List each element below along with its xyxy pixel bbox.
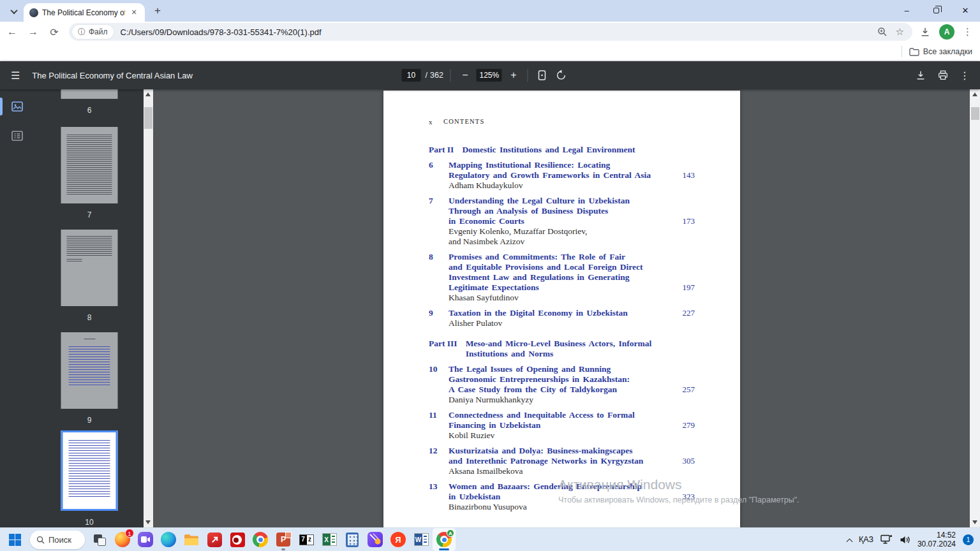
pdf-viewport[interactable]: x CONTENTS Part IIDomestic Institutions … <box>153 89 970 527</box>
thumbnail-page-7[interactable] <box>61 127 118 203</box>
url-text[interactable]: C:/Users/09/Downloads/978-3-031-55341-7%… <box>121 27 877 37</box>
clock[interactable]: 14:52 30.07.2024 <box>917 531 956 548</box>
thumbnails-panel-button[interactable] <box>9 98 26 115</box>
entry-number: 6 <box>429 160 449 180</box>
viewer-scrollbar[interactable] <box>970 89 980 527</box>
entry-title: Mapping Institutional Resilience: Locati… <box>449 160 665 180</box>
taskbar-app-chrome[interactable] <box>249 528 272 551</box>
taskbar-app-word[interactable]: W <box>410 528 433 551</box>
notification-count-badge[interactable]: 1 <box>963 534 974 545</box>
language-indicator[interactable]: ҚАЗ <box>859 535 873 544</box>
entry-page-number: 257 <box>665 385 695 395</box>
zoom-level-input[interactable]: 125% <box>477 69 502 82</box>
back-button[interactable]: ← <box>3 23 21 41</box>
profile-avatar[interactable]: A <box>939 24 954 40</box>
toc-entry: 9Taxation in the Digital Economy in Uzbe… <box>429 308 695 328</box>
browser-menu-icon[interactable]: ⋮ <box>963 26 972 38</box>
entry-authors: Khasan Sayfutdinov <box>449 293 695 303</box>
thumbnail-label: 7 <box>35 210 144 219</box>
reload-button[interactable]: ⟳ <box>45 23 63 41</box>
thumbnail-page-9[interactable] <box>61 332 118 409</box>
tab-search-button[interactable] <box>6 4 22 19</box>
all-bookmarks-label[interactable]: Все закладки <box>923 47 972 56</box>
entry-authors: Adham Khudaykulov <box>449 180 695 191</box>
folder-icon <box>909 47 919 56</box>
fit-to-page-button[interactable] <box>535 68 549 82</box>
taskbar-app-powerpoint[interactable]: P <box>272 528 295 551</box>
taskbar-app-calculator[interactable] <box>341 528 364 551</box>
taskbar-app-file-explorer[interactable] <box>180 528 203 551</box>
taskbar-app-red-arrow[interactable] <box>203 528 226 551</box>
window-close-button[interactable]: ✕ <box>951 0 980 21</box>
entry-number: 9 <box>429 308 449 318</box>
network-icon[interactable] <box>880 534 893 545</box>
taskbar-app-video-chat[interactable] <box>134 528 157 551</box>
scroll-down-icon[interactable] <box>145 520 151 524</box>
zoom-out-button[interactable]: − <box>458 68 472 82</box>
scroll-down-icon[interactable] <box>972 520 977 524</box>
address-bar[interactable]: ⓘ Файл C:/Users/09/Downloads/978-3-031-5… <box>69 23 912 41</box>
page-number-input[interactable]: 10 <box>401 69 420 82</box>
thumbnail-page-8[interactable] <box>61 230 118 306</box>
taskbar-app-firefox[interactable]: 1 <box>111 528 134 551</box>
taskbar-app-red-eye[interactable] <box>226 528 249 551</box>
tab-close-icon[interactable]: ✕ <box>129 8 139 18</box>
entry-page-number: 197 <box>665 283 695 293</box>
start-button[interactable] <box>3 529 27 550</box>
scrollbar-thumb[interactable] <box>971 107 979 120</box>
pdf-more-options-icon[interactable]: ⋮ <box>960 70 970 82</box>
window-minimize-button[interactable]: – <box>892 0 921 21</box>
forward-button[interactable]: → <box>24 23 42 41</box>
rotate-button[interactable] <box>554 68 568 82</box>
tab-strip: The Political Economy of Centr ✕ + – ✕ <box>0 0 980 22</box>
new-tab-button[interactable]: + <box>149 3 166 19</box>
taskbar-app-7zip[interactable]: 7z <box>295 528 318 551</box>
print-icon[interactable] <box>937 70 949 81</box>
windows-logo-icon <box>8 533 22 547</box>
thumbnail-page-10-current[interactable] <box>61 430 118 511</box>
active-tab[interactable]: The Political Economy of Centr ✕ <box>24 3 145 22</box>
entry-number: 7 <box>429 196 449 226</box>
entry-number: 12 <box>429 446 449 466</box>
window-restore-button[interactable] <box>921 0 951 21</box>
thumbnail-page-6[interactable] <box>61 89 118 99</box>
pdf-viewer-body: 6 7 8 9 10 x CONTENTS Part IIDomestic In… <box>0 89 980 527</box>
entry-page-number: 143 <box>665 170 695 180</box>
restore-icon <box>933 8 939 13</box>
taskbar-app-comet[interactable] <box>364 528 387 551</box>
scroll-up-icon[interactable] <box>145 92 151 96</box>
bookmark-star-icon[interactable]: ☆ <box>896 26 904 38</box>
taskbar-app-yandex[interactable]: Я <box>387 528 410 551</box>
taskbar-app-edge[interactable] <box>157 528 180 551</box>
entry-number: 13 <box>429 481 449 502</box>
downloads-icon[interactable] <box>919 26 931 38</box>
calculator-icon <box>346 533 359 547</box>
task-view-button[interactable] <box>88 528 111 551</box>
scrollbar-thumb[interactable] <box>144 107 152 129</box>
pdf-menu-icon[interactable]: ☰ <box>11 70 20 82</box>
hidden-icons-chevron[interactable] <box>846 538 852 545</box>
thumbnail-label: 9 <box>35 416 144 425</box>
entry-title: Promises and Commitments: The Role of Fa… <box>449 252 665 293</box>
entry-number: 8 <box>429 252 449 293</box>
outline-panel-button[interactable] <box>9 128 26 144</box>
taskbar-app-excel[interactable]: X <box>318 528 341 551</box>
thumbnails-scrollbar[interactable] <box>144 89 153 527</box>
7zip-icon: 7z <box>299 534 314 545</box>
taskbar-search[interactable]: Поиск <box>30 531 85 549</box>
scroll-up-icon[interactable] <box>972 92 977 96</box>
volume-icon[interactable] <box>900 535 910 545</box>
taskbar-app-chrome-active[interactable]: A <box>433 528 456 551</box>
entry-title: The Legal Issues of Opening and Running … <box>449 364 665 395</box>
zoom-magnifier-icon[interactable] <box>877 27 887 37</box>
pdf-page: x CONTENTS Part IIDomestic Institutions … <box>383 91 740 527</box>
taskbar: Поиск 1 P 7z X Я W A ҚАЗ 14:52 30.07.202… <box>0 527 980 551</box>
watermark-title: Активация Windows <box>558 477 799 492</box>
toc-entry: 7Understanding the Legal Culture in Uzbe… <box>429 196 695 247</box>
zoom-in-button[interactable]: + <box>507 68 521 82</box>
yandex-icon: Я <box>390 532 406 547</box>
entry-title: Taxation in the Digital Economy in Uzbek… <box>449 308 665 318</box>
divider <box>450 69 451 82</box>
file-scheme-chip[interactable]: ⓘ Файл <box>72 25 114 39</box>
pdf-download-icon[interactable] <box>915 70 926 81</box>
